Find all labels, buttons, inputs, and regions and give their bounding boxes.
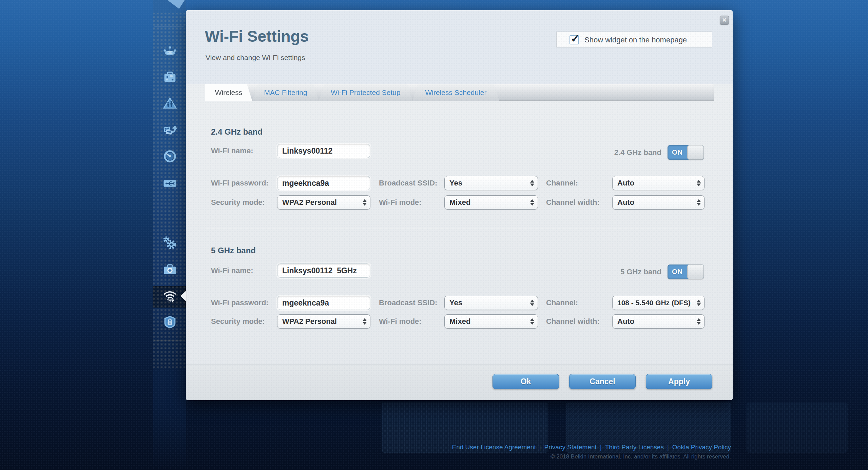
link-third-party-licenses[interactable]: Third Party Licenses <box>605 444 664 451</box>
select-stepper-icon <box>363 199 367 206</box>
select-value: WPA2 Personal <box>282 315 337 328</box>
select-value: Auto <box>617 315 634 328</box>
sidebar-item-external-storage[interactable] <box>161 175 179 193</box>
sidebar-item-speed-test[interactable] <box>161 148 179 165</box>
link-eula[interactable]: End User License Agreement <box>452 444 536 451</box>
show-widget-option: ✓ Show widget on the homepage <box>556 32 712 47</box>
sidebar-item-troubleshooting[interactable] <box>161 261 179 278</box>
footer-separator: | <box>597 444 605 451</box>
section-heading-5ghz: 5 GHz band <box>211 246 256 255</box>
channel-width-select-5ghz[interactable]: Auto <box>612 314 705 329</box>
apply-button[interactable]: Apply <box>646 374 712 389</box>
cancel-button[interactable]: Cancel <box>569 374 636 389</box>
tab-wifi-protected-setup[interactable]: Wi-Fi Protected Setup <box>319 84 412 101</box>
security-mode-select-5ghz[interactable]: WPA2 Personal <box>277 314 370 329</box>
security-mode-label: Security mode: <box>211 195 265 210</box>
wifi-mode-label: Wi-Fi mode: <box>379 314 422 329</box>
wifi-mode-label: Wi-Fi mode: <box>379 195 422 210</box>
select-value: Mixed <box>449 315 470 328</box>
external-storage-icon <box>162 175 178 192</box>
broadcast-ssid-label: Broadcast SSID: <box>379 296 437 310</box>
wireless-icon <box>162 288 178 304</box>
select-stepper-icon <box>697 318 701 325</box>
dimmed-widget-panel <box>746 403 848 453</box>
wifi-name-input-24ghz[interactable] <box>277 144 370 158</box>
close-icon[interactable]: ✕ <box>720 16 729 25</box>
channel-width-select-24ghz[interactable]: Auto <box>612 195 705 210</box>
link-ookla-privacy-policy[interactable]: Ookla Privacy Policy <box>672 444 731 451</box>
section-heading-24ghz: 2.4 GHz band <box>211 127 263 137</box>
channel-label: Channel: <box>546 296 578 310</box>
select-stepper-icon <box>530 180 534 187</box>
toggle-on-label: ON <box>668 145 687 160</box>
channel-select-24ghz[interactable]: Auto <box>612 176 705 190</box>
show-widget-checkbox[interactable]: ✓ <box>570 35 579 44</box>
media-prioritization-icon <box>162 121 178 138</box>
sidebar-item-media-prioritization[interactable] <box>161 121 179 139</box>
wifi-password-input-5ghz[interactable] <box>277 296 370 310</box>
network-map-icon <box>162 43 178 59</box>
footer-separator: | <box>664 444 672 451</box>
channel-width-label: Channel width: <box>546 314 600 329</box>
select-stepper-icon <box>697 300 701 306</box>
router-dashboard-page: End User License Agreement|Privacy State… <box>0 0 868 470</box>
sidebar-item-network-map[interactable] <box>161 43 179 60</box>
band-toggle-label-24ghz: 2.4 GHz band <box>566 145 661 160</box>
channel-width-label: Channel width: <box>546 195 600 210</box>
sidebar-item-wireless[interactable] <box>161 287 179 305</box>
wifi-password-label: Wi-Fi password: <box>211 296 269 310</box>
speed-test-icon <box>162 148 178 164</box>
select-value: Yes <box>449 176 462 190</box>
checkmark-icon: ✓ <box>571 32 580 45</box>
footer-separator: | <box>536 444 544 451</box>
select-stepper-icon <box>530 300 534 306</box>
channel-label: Channel: <box>546 176 578 190</box>
wifi-name-input-5ghz[interactable] <box>277 263 370 278</box>
wifi-mode-select-24ghz[interactable]: Mixed <box>444 195 538 210</box>
copyright-text: © 2018 Belkin International, Inc. and/or… <box>452 453 731 460</box>
band-toggle-24ghz[interactable]: ON <box>668 145 704 160</box>
sidebar-item-security[interactable] <box>161 314 179 331</box>
troubleshooting-icon <box>162 261 178 277</box>
section-divider <box>205 228 714 229</box>
broadcast-ssid-select-24ghz[interactable]: Yes <box>444 176 538 190</box>
sidebar-separator <box>154 216 185 216</box>
sidebar-separator <box>154 26 185 27</box>
channel-select-5ghz[interactable]: 108 - 5.540 GHz (DFS) <box>612 296 705 310</box>
select-stepper-icon <box>697 180 701 187</box>
toggle-knob[interactable] <box>687 265 704 279</box>
ok-button[interactable]: Ok <box>493 374 559 389</box>
sidebar-item-connectivity[interactable] <box>161 235 179 252</box>
security-mode-select-24ghz[interactable]: WPA2 Personal <box>277 195 370 210</box>
select-value: Auto <box>617 176 634 190</box>
select-value: Mixed <box>449 196 470 209</box>
sidebar-separator <box>154 340 185 341</box>
broadcast-ssid-select-5ghz[interactable]: Yes <box>444 296 538 310</box>
show-widget-label: Show widget on the homepage <box>584 32 687 48</box>
wifi-mode-select-5ghz[interactable]: Mixed <box>444 314 538 329</box>
page-subtitle: View and change Wi-Fi settings <box>206 54 305 62</box>
link-privacy-statement[interactable]: Privacy Statement <box>544 444 597 451</box>
select-stepper-icon <box>697 199 701 206</box>
wifi-settings-dialog: Wi-Fi Settings View and change Wi-Fi set… <box>186 10 733 400</box>
footer-links: End User License Agreement|Privacy State… <box>452 444 731 451</box>
toggle-on-label: ON <box>668 265 687 279</box>
tab-bar: Wireless MAC Filtering Wi-Fi Protected S… <box>205 84 714 101</box>
tab-wireless-scheduler[interactable]: Wireless Scheduler <box>412 84 499 101</box>
select-value: 108 - 5.540 GHz (DFS) <box>617 296 691 310</box>
security-mode-label: Security mode: <box>211 314 265 329</box>
toggle-knob[interactable] <box>687 145 704 160</box>
guest-access-icon <box>162 69 178 85</box>
tab-wireless[interactable]: Wireless <box>205 84 252 101</box>
site-footer: End User License Agreement|Privacy State… <box>452 444 731 460</box>
band-toggle-label-5ghz: 5 GHz band <box>566 265 661 279</box>
band-toggle-5ghz[interactable]: ON <box>668 265 704 279</box>
broadcast-ssid-label: Broadcast SSID: <box>379 176 437 190</box>
sidebar-item-guest-access[interactable] <box>161 68 179 86</box>
select-stepper-icon <box>530 318 534 325</box>
sidebar-item-parental-controls[interactable] <box>161 95 179 112</box>
security-icon <box>162 314 178 330</box>
select-stepper-icon <box>530 199 534 206</box>
wifi-password-input-24ghz[interactable] <box>277 176 370 190</box>
tab-mac-filtering[interactable]: MAC Filtering <box>252 84 319 101</box>
